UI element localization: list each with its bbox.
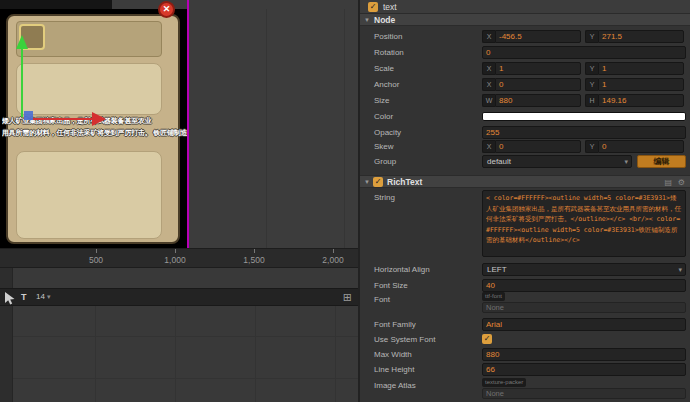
ruler-tick [333, 249, 334, 253]
max-width-input[interactable]: 880 [482, 348, 686, 361]
axis-x-chip: X [482, 78, 495, 91]
property-label: Skew [374, 142, 394, 151]
skew-x-input[interactable]: 0 [495, 140, 581, 153]
horizontal-align-dropdown[interactable]: LEFT ▾ [482, 263, 686, 276]
gizmo-origin-handle[interactable] [24, 111, 33, 120]
position-y-field: Y 271.5 [585, 30, 684, 43]
use-system-font-checkbox[interactable]: ✓ [482, 334, 492, 344]
font-asset-field[interactable]: None [482, 302, 686, 313]
ruler-tick [254, 249, 255, 253]
property-label: Font Size [374, 281, 408, 290]
position-x-input[interactable]: -456.5 [495, 30, 581, 43]
axis-y-chip: Y [585, 30, 598, 43]
font-size-input[interactable]: 40 [482, 279, 686, 292]
property-label: Line Height [374, 365, 414, 374]
font-family-input[interactable]: Arial [482, 318, 686, 331]
line-height-input[interactable]: 66 [482, 363, 686, 376]
property-label: Anchor [374, 80, 399, 89]
axis-w-chip: W [482, 94, 495, 107]
group-edit-button[interactable]: 编辑 [637, 155, 686, 168]
property-label: Scale [374, 64, 394, 73]
axis-y-chip: Y [585, 62, 598, 75]
axis-h-chip: H [585, 94, 598, 107]
row-line-height: Line Height 66 [360, 362, 690, 378]
anchor-x-input[interactable]: 0 [495, 78, 581, 91]
check-icon: ✓ [375, 177, 382, 186]
game-text-line2: 用具所需的材料，任何非法采矿将受到严厉打击。 铁匠铺制造所需的基础材料 [2, 128, 187, 138]
node-section-header[interactable]: ▼ Node [360, 13, 690, 26]
property-label: Color [374, 112, 393, 121]
node-name: text [383, 2, 397, 12]
group-dropdown[interactable]: default ▾ [482, 155, 632, 168]
property-label: Font [374, 295, 390, 304]
text-tool-icon[interactable]: T [21, 292, 27, 302]
node-enabled-checkbox[interactable]: ✓ [368, 2, 378, 12]
skew-y-input[interactable]: 0 [598, 140, 684, 153]
position-y-input[interactable]: 271.5 [598, 30, 684, 43]
panel-gridline [255, 306, 256, 402]
node-header: ✓ text [360, 0, 690, 13]
property-label: Image Atlas [374, 381, 416, 390]
opacity-field: 255 [482, 126, 686, 139]
skew-y-field: Y 0 [585, 140, 684, 153]
string-textarea[interactable]: < color=#FFFFFF><outline width=5 color=#… [482, 190, 686, 257]
scale-x-input[interactable]: 1 [495, 62, 581, 75]
row-font: Font ttf-font None [360, 292, 690, 316]
scene-gridline [344, 9, 345, 248]
property-label: Use System Font [374, 335, 435, 344]
rotation-input[interactable]: 0 [482, 46, 686, 59]
size-w-input[interactable]: 880 [495, 94, 581, 107]
section-title: Node [374, 15, 395, 25]
richtext-section-header[interactable]: ▼ ✓ RichText ▤ ⚙ [360, 175, 690, 188]
scale-y-field: Y 1 [585, 62, 684, 75]
ruler-label: 1,500 [243, 255, 264, 265]
anchor-y-field: Y 1 [585, 78, 684, 91]
cursor-tool-icon[interactable] [4, 292, 16, 305]
gear-icon[interactable]: ⚙ [678, 178, 685, 187]
ruler-label: 1,000 [164, 255, 185, 265]
anchor-y-input[interactable]: 1 [598, 78, 684, 91]
property-label: Font Family [374, 320, 416, 329]
game-canvas: 矮人矿业集团独家出品，是所有武器装备甚至农业 用具所需的材料，任何非法采矿将受到… [0, 9, 188, 248]
row-color: Color [360, 109, 690, 125]
anchor-x-field: X 0 [482, 78, 581, 91]
scale-y-input[interactable]: 1 [598, 62, 684, 75]
max-width-field: 880 [482, 348, 686, 361]
dialog-close-button[interactable]: ✕ [158, 1, 175, 18]
size-h-input[interactable]: 149.16 [598, 94, 684, 107]
property-label: Opacity [374, 128, 401, 137]
group-value: default [487, 157, 511, 166]
ruler-tick [175, 249, 176, 253]
row-use-system-font: Use System Font ✓ [360, 332, 690, 348]
image-atlas-asset-field[interactable]: None [482, 388, 686, 399]
property-label: Size [374, 96, 390, 105]
row-rotation: Rotation 0 [360, 45, 690, 61]
line-height-field: 66 [482, 363, 686, 376]
top-dark-strip [0, 0, 112, 9]
row-anchor: Anchor X 0 Y 1 [360, 77, 690, 93]
row-max-width: Max Width 880 [360, 347, 690, 363]
row-size: Size W 880 H 149.16 [360, 93, 690, 109]
chevron-down-icon: ▾ [678, 264, 682, 275]
scene-view[interactable]: 矮人矿业集团独家出品，是所有武器装备甚至农业 用具所需的材料，任何非法采矿将受到… [0, 0, 358, 402]
chevron-down-icon: ▼ [364, 179, 370, 185]
axis-y-chip: Y [585, 78, 598, 91]
axis-y-chip: Y [585, 140, 598, 153]
richtext-enabled-checkbox[interactable]: ✓ [373, 177, 383, 187]
row-group: Group default ▾ 编辑 [360, 154, 690, 170]
check-icon: ✓ [484, 334, 491, 343]
move-gizmo [6, 33, 116, 129]
check-icon: ✓ [370, 2, 377, 11]
opacity-input[interactable]: 255 [482, 126, 686, 139]
help-icon[interactable]: ▤ [664, 178, 672, 187]
property-label: Group [374, 157, 396, 166]
size-h-field: H 149.16 [585, 94, 684, 107]
skew-x-field: X 0 [482, 140, 581, 153]
gizmo-x-arrowhead-icon[interactable] [92, 112, 106, 126]
grid-icon[interactable]: ⊞ [343, 291, 352, 304]
color-swatch[interactable] [482, 112, 686, 121]
gizmo-y-arrowhead-icon[interactable] [16, 35, 28, 49]
section-title: RichText [387, 177, 422, 187]
chevron-down-icon: ▾ [47, 293, 51, 300]
font-size-dropdown[interactable]: 14▾ [36, 292, 50, 301]
